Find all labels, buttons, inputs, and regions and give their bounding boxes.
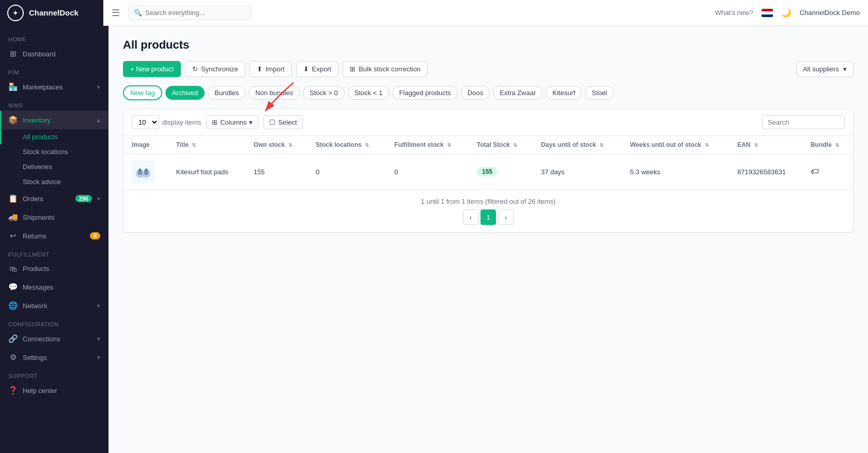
search-input[interactable] bbox=[145, 9, 246, 17]
col-header-fulfillment-stock[interactable]: Fulfillment stock ⇅ bbox=[386, 136, 469, 154]
sidebar-item-messages[interactable]: 💬 Messages bbox=[0, 278, 109, 296]
hamburger-button[interactable]: ☰ bbox=[110, 5, 122, 21]
sort-arrows-weeks: ⇅ bbox=[705, 142, 709, 148]
col-header-days-until[interactable]: Days until of stock ⇅ bbox=[533, 136, 622, 154]
sidebar-label-orders: Orders bbox=[23, 195, 70, 203]
bulk-stock-button[interactable]: ⊞ Bulk stock correction bbox=[343, 61, 428, 77]
col-header-title[interactable]: Title ⇅ bbox=[168, 136, 245, 154]
inventory-icon: 📦 bbox=[8, 115, 18, 125]
col-header-weeks-until[interactable]: Weeks until out of stock ⇅ bbox=[622, 136, 729, 154]
tags-section: New tag Archived Bundles Non bundles Sto… bbox=[123, 85, 854, 100]
table-controls: 10 25 50 display items ⊞ Columns ▾ ☐ Sel… bbox=[123, 109, 853, 136]
select-button[interactable]: ☐ Select bbox=[264, 115, 302, 129]
sidebar-item-settings[interactable]: ⚙ Settings ▾ bbox=[0, 348, 109, 367]
chevron-icon-settings: ▾ bbox=[97, 354, 100, 361]
columns-label: Columns bbox=[220, 118, 246, 126]
data-table: Image Title ⇅ Own stock ⇅ Stock location… bbox=[123, 136, 853, 190]
new-product-button[interactable]: + New product bbox=[123, 61, 181, 77]
export-icon: ⬇ bbox=[303, 65, 309, 73]
sidebar-item-help-center[interactable]: ❓ Help center bbox=[0, 381, 109, 400]
tag-new-tag[interactable]: New tag bbox=[123, 85, 162, 100]
tag-stock-gt0[interactable]: Stock > 0 bbox=[303, 86, 345, 100]
export-label: Export bbox=[312, 65, 332, 73]
tag-bundles[interactable]: Bundles bbox=[208, 86, 245, 100]
columns-icon: ⊞ bbox=[212, 118, 218, 126]
sidebar-item-network[interactable]: 🌐 Network ▾ bbox=[0, 296, 109, 315]
sidebar-section-pim: PIM bbox=[0, 63, 109, 78]
sidebar-item-shipments[interactable]: 🚚 Shipments bbox=[0, 208, 109, 226]
cell-bundle: 🏷 bbox=[802, 154, 853, 190]
table-search-input[interactable] bbox=[762, 115, 845, 129]
synchronize-label: Synchronize bbox=[201, 65, 238, 73]
sort-arrows-fulfillment: ⇅ bbox=[447, 142, 451, 148]
tag-doos[interactable]: Doos bbox=[461, 86, 490, 100]
col-header-stock-locations[interactable]: Stock locations ⇅ bbox=[307, 136, 386, 154]
flag-icon[interactable] bbox=[762, 9, 773, 17]
sidebar-label-marketplaces: Marketplaces bbox=[23, 83, 92, 91]
sidebar: Home ⊞ Dashboard PIM 🏪 Marketplaces ▾ WM… bbox=[0, 26, 109, 453]
col-header-own-stock[interactable]: Own stock ⇅ bbox=[245, 136, 308, 154]
import-button[interactable]: ⬆ Import bbox=[250, 61, 292, 77]
help-center-icon: ❓ bbox=[8, 386, 18, 395]
tag-flagged[interactable]: Flagged products bbox=[392, 86, 457, 100]
tags-row: New tag Archived Bundles Non bundles Sto… bbox=[123, 85, 854, 100]
bundle-tag-icon: 🏷 bbox=[811, 167, 819, 176]
marketplaces-icon: 🏪 bbox=[8, 82, 18, 92]
shipments-icon: 🚚 bbox=[8, 213, 18, 222]
whats-new-link[interactable]: What's new? bbox=[715, 9, 753, 17]
next-page-button[interactable]: › bbox=[498, 209, 514, 225]
sidebar-sub-item-stock-locations[interactable]: Stock locations bbox=[0, 144, 109, 159]
sidebar-item-dashboard[interactable]: ⊞ Dashboard bbox=[0, 44, 109, 63]
network-icon: 🌐 bbox=[8, 301, 18, 310]
supplier-chevron-icon: ▾ bbox=[843, 65, 847, 73]
sidebar-sub-item-stock-advice[interactable]: Stock advice bbox=[0, 174, 109, 189]
main-layout: Home ⊞ Dashboard PIM 🏪 Marketplaces ▾ WM… bbox=[0, 26, 868, 453]
sidebar-label-network: Network bbox=[23, 302, 92, 310]
pagination: 1 until 1 from 1 items (filtered out of … bbox=[123, 190, 853, 232]
sidebar-item-products[interactable]: 🛍 Products bbox=[0, 260, 109, 278]
sidebar-item-marketplaces[interactable]: 🏪 Marketplaces ▾ bbox=[0, 78, 109, 96]
tag-stock-lt1[interactable]: Stock < 1 bbox=[348, 86, 390, 100]
cell-days-until: 37 days bbox=[533, 154, 622, 190]
sidebar-item-connections[interactable]: 🔗 Connections ▾ bbox=[0, 329, 109, 348]
tag-extra-zwaar[interactable]: Extra Zwaar bbox=[493, 86, 542, 100]
page-1-button[interactable]: 1 bbox=[481, 209, 496, 225]
sidebar-sub-item-all-products[interactable]: All products bbox=[0, 129, 109, 144]
tag-kitesurf[interactable]: Kitesurf bbox=[546, 86, 582, 100]
display-items-label: display items bbox=[162, 118, 201, 126]
dark-mode-icon[interactable]: 🌙 bbox=[781, 8, 792, 18]
orders-icon: 📋 bbox=[8, 194, 18, 203]
sidebar-item-returns[interactable]: ↩ Returns 8 bbox=[0, 226, 109, 245]
display-select: 10 25 50 display items bbox=[132, 115, 201, 129]
col-header-total-stock[interactable]: Total Stock ⇅ bbox=[469, 136, 533, 154]
supplier-select[interactable]: All suppliers ▾ bbox=[796, 61, 854, 77]
sort-arrows-total: ⇅ bbox=[513, 142, 517, 148]
items-per-page-select[interactable]: 10 25 50 bbox=[132, 115, 159, 129]
content-area: All products + New product ↻ Synchronize… bbox=[109, 26, 868, 453]
col-header-bundle[interactable]: Bundle ⇅ bbox=[802, 136, 853, 154]
chevron-icon-network: ▾ bbox=[97, 303, 100, 309]
synchronize-button[interactable]: ↻ Synchronize bbox=[185, 61, 245, 77]
pagination-controls: ‹ 1 › bbox=[131, 209, 846, 225]
logo-icon: ✦ bbox=[7, 5, 24, 21]
columns-chevron-icon: ▾ bbox=[249, 118, 253, 126]
tag-archived[interactable]: Archived bbox=[165, 86, 205, 100]
export-button[interactable]: ⬇ Export bbox=[296, 61, 339, 77]
sidebar-label-dashboard: Dashboard bbox=[23, 50, 100, 58]
columns-button[interactable]: ⊞ Columns ▾ bbox=[206, 115, 258, 129]
prev-page-button[interactable]: ‹ bbox=[463, 209, 478, 225]
sidebar-section-support: Support bbox=[0, 367, 109, 381]
sidebar-item-inventory[interactable]: 📦 Inventory ▴ bbox=[0, 111, 109, 129]
col-header-ean[interactable]: EAN ⇅ bbox=[729, 136, 802, 154]
supplier-select-wrapper: All suppliers ▾ bbox=[796, 61, 854, 77]
orders-badge: 296 bbox=[75, 195, 92, 202]
tag-stoel[interactable]: Stoel bbox=[585, 86, 614, 100]
user-name: ChannelDock Demo bbox=[800, 9, 860, 17]
sidebar-sub-item-deliveries[interactable]: Deliveries bbox=[0, 159, 109, 174]
search-icon: 🔍 bbox=[134, 9, 142, 17]
sidebar-section-home: Home bbox=[0, 30, 109, 44]
tag-non-bundles[interactable]: Non bundles bbox=[249, 86, 300, 100]
sidebar-item-orders[interactable]: 📋 Orders 296 ▾ bbox=[0, 189, 109, 208]
cell-stock-locations: 0 bbox=[307, 154, 386, 190]
page-title: All products bbox=[123, 38, 854, 52]
